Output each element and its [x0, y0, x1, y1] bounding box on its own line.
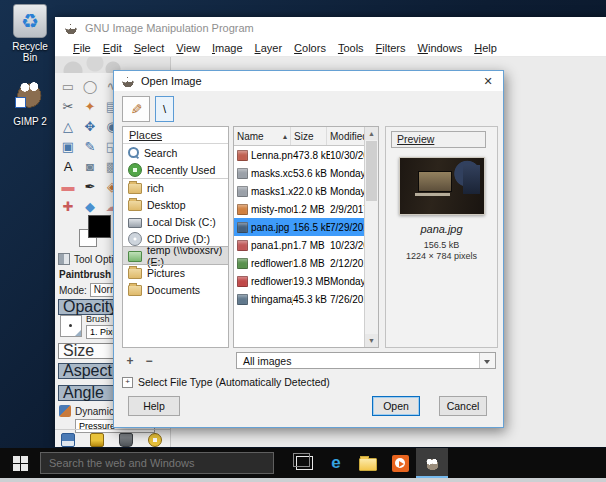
help-button[interactable]: Help: [128, 396, 180, 416]
place-label: Search: [144, 147, 177, 159]
dialog-titlebar[interactable]: Open Image ✕: [114, 71, 503, 91]
rectangle-select-tool[interactable]: ▭: [57, 76, 79, 96]
file-name: redflower01...: [251, 258, 293, 269]
file-row-lenna-png[interactable]: Lenna.png 473.8 kB 10/30/2017: [234, 146, 378, 164]
column-label: Size: [294, 131, 313, 142]
expander-plus-icon[interactable]: +: [122, 377, 133, 388]
file-filter-combobox[interactable]: All images: [236, 352, 496, 369]
file-size: 1.7 MB: [293, 240, 330, 251]
dialog-close-icon[interactable]: ✕: [473, 71, 503, 91]
measure-tool[interactable]: △: [57, 116, 79, 136]
start-button[interactable]: [0, 448, 40, 478]
file-row-masks1-xcf[interactable]: masks1.xcf 22.0 kB Monday: [234, 182, 378, 200]
taskbar-app-icon: [392, 455, 409, 472]
taskbar-search-input[interactable]: [41, 456, 273, 470]
ellipse-select-tool[interactable]: ◯: [79, 76, 101, 96]
place-icon: [128, 218, 142, 228]
brush-label: Brush: [86, 314, 110, 324]
menu-view[interactable]: View: [170, 41, 206, 55]
column-header-name[interactable]: Name ▴: [234, 127, 291, 145]
file-row-pana1-png[interactable]: pana1.png 1.7 MB 10/23/2017: [234, 236, 378, 254]
scrollbar-down-icon[interactable]: ▼: [365, 334, 378, 347]
taskbar-task-view[interactable]: [288, 448, 320, 478]
place-local-disk-c[interactable]: Local Disk (C:): [123, 213, 228, 230]
menu-windows[interactable]: Windows: [412, 41, 469, 55]
column-header-size[interactable]: Size: [291, 127, 327, 145]
cancel-button[interactable]: Cancel: [439, 396, 487, 416]
desktop-icon-gimp-2[interactable]: GIMP 2: [4, 77, 56, 127]
bucket-fill-tool[interactable]: ◙: [79, 156, 101, 176]
remove-bookmark-button[interactable]: −: [141, 354, 157, 367]
scrollbar-up-icon[interactable]: ▲: [365, 127, 378, 140]
dynamics-row[interactable]: Dynamics: [59, 405, 119, 417]
add-bookmark-button[interactable]: +: [122, 354, 138, 367]
file-size: 19.3 MB: [293, 276, 330, 287]
path-root-button[interactable]: \: [155, 96, 174, 122]
place-desktop[interactable]: Desktop: [123, 196, 228, 213]
taskbar-search-box[interactable]: [40, 452, 274, 474]
place-icon: [128, 232, 142, 246]
taskbar-gimp[interactable]: [416, 448, 448, 478]
place-temp-vboxsrv-e[interactable]: temp (\\vboxsrv) (E:): [123, 247, 228, 264]
menu-edit[interactable]: Edit: [97, 41, 128, 55]
column-header-modified[interactable]: Modified ◂: [327, 127, 367, 145]
file-thumbnail-icon: [237, 240, 248, 251]
blur-tool[interactable]: ◆: [79, 196, 101, 216]
preview-header[interactable]: Preview: [391, 131, 486, 148]
restore-preset-icon[interactable]: [90, 433, 104, 447]
file-row-thingamajig[interactable]: thingamajig... 45.3 kB 7/26/2017: [234, 290, 378, 308]
file-thumbnail-icon: [237, 276, 248, 287]
taskbar-media-app[interactable]: [384, 448, 416, 478]
select-file-type-expander[interactable]: + Select File Type (Automatically Detect…: [122, 376, 330, 388]
type-filename-button[interactable]: [122, 96, 150, 122]
open-button[interactable]: Open: [372, 396, 420, 416]
taskbar-file-explorer[interactable]: [352, 448, 384, 478]
place-recently-used[interactable]: Recently Used: [123, 161, 228, 178]
place-label: temp (\\vboxsrv) (E:): [147, 244, 228, 268]
menu-select[interactable]: Select: [128, 41, 171, 55]
menu-tools[interactable]: Tools: [332, 41, 370, 55]
file-row-masks-xcf[interactable]: masks.xcf 53.6 kB Monday: [234, 164, 378, 182]
menu-image[interactable]: Image: [206, 41, 249, 55]
menu-layer[interactable]: Layer: [249, 41, 289, 55]
file-row-redflower01[interactable]: redflower01... 19.3 MB Monday: [234, 272, 378, 290]
desktop-icon-recycle-bin[interactable]: ♻ Recycle Bin: [4, 4, 56, 63]
file-thumbnail-icon: [237, 294, 248, 305]
brush-thumbnail[interactable]: [60, 315, 82, 337]
file-row-pana-jpg[interactable]: pana.jpg 156.5 kB 7/29/2017: [234, 218, 378, 236]
menu-filters[interactable]: Filters: [370, 41, 412, 55]
save-preset-icon[interactable]: [61, 433, 75, 447]
crop-tool[interactable]: ▣: [57, 136, 79, 156]
file-row-misty-mou[interactable]: misty-mou... 1.2 MB 2/9/2017: [234, 200, 378, 218]
place-search[interactable]: Search: [123, 144, 228, 161]
menu-colors[interactable]: Colors: [288, 41, 332, 55]
ink-tool[interactable]: ✒: [79, 176, 101, 196]
place-icon: [128, 183, 142, 194]
foreground-color-swatch[interactable]: [88, 215, 111, 238]
reset-preset-icon[interactable]: [148, 433, 162, 447]
menu-file[interactable]: File: [67, 41, 97, 55]
gimp-titlebar[interactable]: GNU Image Manipulation Program: [55, 17, 606, 39]
scrollbar-thumb[interactable]: [366, 141, 377, 201]
eraser-tool[interactable]: ▬: [57, 176, 79, 196]
heal-tool[interactable]: ✚: [57, 196, 79, 216]
taskbar-edge[interactable]: e: [320, 448, 352, 478]
file-row-redflower01[interactable]: redflower01... 1.8 MB 2/12/2017: [234, 254, 378, 272]
place-label: Desktop: [147, 199, 186, 211]
file-list-header: Name ▴ Size Modified ◂: [234, 127, 378, 146]
file-list-scrollbar[interactable]: ▲ ▼: [364, 127, 378, 347]
file-name: Lenna.png: [251, 150, 293, 161]
menu-help[interactable]: Help: [468, 41, 503, 55]
gimp-menubar: FileEditSelectViewImageLayerColorsToolsF…: [55, 39, 606, 57]
places-header[interactable]: Places: [123, 127, 228, 144]
combo-dropdown-icon[interactable]: [479, 353, 495, 368]
place-documents[interactable]: Documents: [123, 281, 228, 298]
select-by-color-tool[interactable]: ✦: [79, 96, 101, 116]
scissors-select-tool[interactable]: ✂: [57, 96, 79, 116]
delete-preset-icon[interactable]: [119, 433, 133, 447]
place-rich[interactable]: rich: [123, 178, 228, 196]
move-tool[interactable]: ✥: [79, 116, 101, 136]
file-list-panel: Name ▴ Size Modified ◂ Lenna.png 473.8 k…: [233, 126, 379, 348]
text-tool[interactable]: A: [57, 156, 79, 176]
paths-tool[interactable]: ✎: [79, 136, 101, 156]
